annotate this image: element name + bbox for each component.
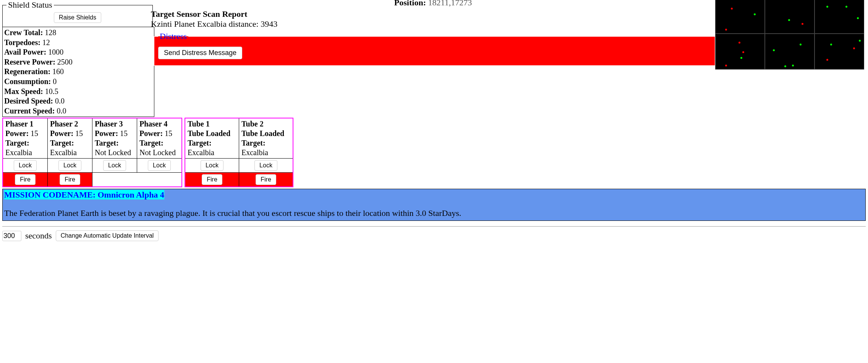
starmap-dot — [742, 51, 744, 53]
starmap-sector — [715, 0, 765, 34]
update-interval-input[interactable] — [2, 231, 21, 241]
tube-fire-button[interactable]: Fire — [202, 174, 222, 185]
starmap-dot — [731, 8, 733, 10]
mission-briefing: MISSION CODENAME: Omnicron Alpha 4 The F… — [2, 189, 866, 221]
starmap-grid — [715, 0, 867, 70]
current-speed-value: 0.0 — [57, 107, 66, 115]
starmap-dot — [773, 49, 775, 51]
starmap-dot — [792, 65, 794, 66]
phaser-fire-button[interactable]: Fire — [15, 174, 36, 185]
consumption-value: 0 — [53, 77, 57, 86]
starmap-dot — [802, 23, 803, 25]
starmap-dot — [859, 40, 861, 42]
avail-power-value: 1000 — [48, 48, 63, 56]
phaser-fire-button[interactable]: Fire — [60, 174, 80, 185]
tube-fire-button[interactable]: Fire — [256, 174, 276, 185]
position-readout: Position: 18211,17273 — [151, 0, 715, 8]
max-speed-value: 10.5 — [45, 87, 58, 96]
ship-stats-panel: Crew Total: 128 Torpedoes: 12 Avail Powe… — [2, 27, 154, 117]
shield-status-panel: Shield Status Raise Shields — [2, 0, 153, 27]
starmap-sector — [765, 34, 815, 70]
starmap-dot — [784, 65, 786, 67]
tube-lock-button[interactable]: Lock — [254, 160, 277, 171]
phaser-info-cell: Phaser 1Power: 15Target:Excalbia — [3, 118, 48, 159]
phaser-info-cell: Phaser 3Power: 15Target:Not Locked — [92, 118, 137, 159]
starmap-dot — [830, 44, 832, 45]
tube-info-cell: Tube 1Tube LoadedTarget:Excalbia — [185, 118, 239, 159]
phaser-lock-button[interactable]: Lock — [14, 160, 37, 171]
starmap-dot — [857, 17, 859, 19]
crew-total-value: 128 — [45, 28, 56, 37]
starmap-dot — [725, 65, 727, 66]
starmap-dot — [788, 19, 790, 21]
phaser-info-cell: Phaser 4Power: 15Target:Not Locked — [137, 118, 182, 159]
phaser-lock-button[interactable]: Lock — [58, 160, 81, 171]
mission-body: The Federation Planet Earth is beset by … — [4, 208, 864, 218]
starmap-dot — [826, 59, 828, 61]
distress-panel: Distress Send Distress Message — [154, 31, 715, 66]
starmap-dot — [740, 57, 742, 59]
tube-info-cell: Tube 2Tube LoadedTarget:Excalbia — [239, 118, 293, 159]
tube-lock-button[interactable]: Lock — [201, 160, 223, 171]
mission-codename: MISSION CODENAME: Omnicron Alpha 4 — [4, 190, 164, 199]
phaser-info-cell: Phaser 2Power: 15Target:Excalbia — [48, 118, 92, 159]
scan-report-title: Target Sensor Scan Report — [151, 9, 715, 19]
starmap-dot — [800, 44, 802, 45]
torpedo-tube-panel: Tube 1Tube LoadedTarget:ExcalbiaTube 2Tu… — [185, 118, 293, 187]
starmap-sector — [815, 34, 864, 70]
seconds-label: seconds — [25, 231, 52, 241]
starmap-dot — [845, 6, 847, 8]
change-interval-button[interactable]: Change Automatic Update Interval — [56, 230, 159, 241]
phaser-panel: Phaser 1Power: 15Target:ExcalbiaPhaser 2… — [2, 118, 182, 187]
phaser-lock-button[interactable]: Lock — [103, 160, 126, 171]
starmap-sector — [715, 34, 765, 70]
starmap-dot — [738, 42, 740, 44]
distress-legend: Distress — [158, 31, 188, 41]
phaser-lock-button[interactable]: Lock — [148, 160, 171, 171]
starmap-sector — [815, 0, 864, 34]
starmap-dot — [826, 6, 828, 8]
send-distress-button[interactable]: Send Distress Message — [158, 47, 242, 59]
shield-legend: Shield Status — [6, 0, 54, 10]
desired-speed-value: 0.0 — [55, 97, 65, 105]
starmap-sector — [765, 0, 815, 34]
scan-report-line: Kzinti Planet Excalbia distance: 3943 — [151, 19, 715, 29]
regeneration-value: 160 — [52, 67, 64, 76]
reserve-power-value: 2500 — [57, 58, 73, 66]
starmap-dot — [853, 47, 855, 49]
separator — [2, 226, 866, 227]
torpedoes-value: 12 — [42, 38, 50, 47]
raise-shields-button[interactable]: Raise Shields — [54, 12, 101, 23]
starmap-dot — [754, 13, 756, 15]
starmap-dot — [725, 29, 727, 31]
